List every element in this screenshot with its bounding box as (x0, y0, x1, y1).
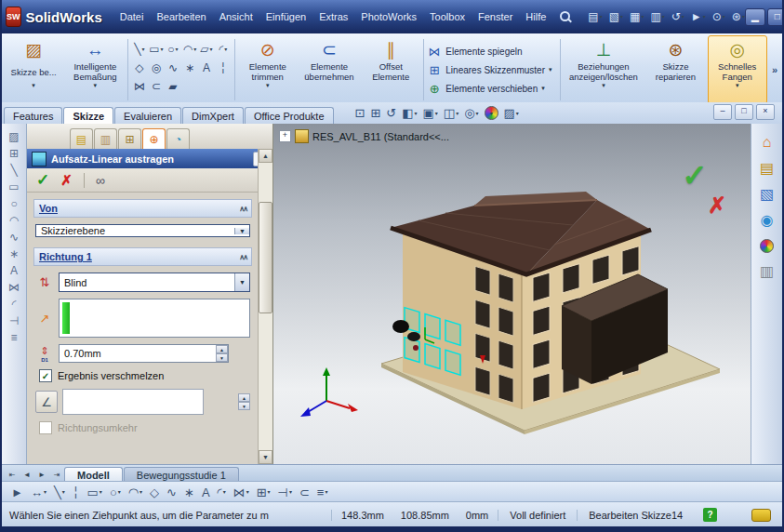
arc-tool-icon[interactable]: ◠ (128, 486, 142, 499)
arc-icon[interactable]: ◠ (9, 215, 19, 226)
exit-sketch-dropdown-icon[interactable]: ▾ (32, 82, 35, 89)
menu-bearbeiten[interactable]: Bearbeiten (150, 7, 212, 26)
spin-down-icon[interactable]: ▼ (238, 402, 250, 410)
text-tool-icon[interactable]: A (198, 59, 214, 77)
last-tab-button[interactable]: ⇥ (49, 468, 64, 482)
quick-snaps-button[interactable]: ◎ Schnelles Fangen ▾ (708, 35, 767, 104)
convert-entities-icon[interactable]: ⊂ (299, 486, 310, 499)
linear-sketch-pattern-button[interactable]: ⊞ Lineares Skizzenmuster ▾ (427, 63, 556, 77)
trim-entities-dropdown-icon[interactable]: ▾ (266, 82, 270, 89)
slot-tool-icon[interactable]: ▱ (198, 40, 214, 59)
maximize-button[interactable]: □ (767, 8, 784, 26)
spin-down-icon[interactable]: ▼ (216, 353, 228, 362)
end-condition-combo[interactable]: Blind ▼ (59, 273, 250, 292)
offset-entities-button[interactable]: ∥ Offset Elemente (361, 35, 420, 104)
search-icon[interactable] (560, 11, 571, 22)
trim-tool-icon[interactable]: ⊣ (278, 486, 292, 499)
text-icon[interactable]: A (10, 265, 18, 276)
open-document-icon[interactable]: ▧ (609, 11, 623, 22)
point-tool-icon[interactable]: ∗ (181, 59, 197, 77)
display-style-icon[interactable]: ◫ (444, 107, 458, 119)
mirror-tool-icon[interactable]: ⋈ (233, 486, 249, 499)
doc-close-button[interactable]: × (756, 104, 775, 120)
point-icon[interactable]: ∗ (9, 248, 19, 259)
line-icon[interactable]: ╲ (10, 165, 17, 176)
convert-entities-button[interactable]: ⊂ Elemente übernehmen (299, 35, 359, 104)
graphics-area[interactable]: + RES_AVL_B11 (Standard<<... ✓ ✗ (273, 124, 751, 464)
rebuild-icon[interactable]: ⊙ (712, 11, 725, 22)
menu-datei[interactable]: Datei (113, 7, 151, 26)
circle-icon[interactable]: ○ (10, 198, 17, 209)
zoom-fit-icon[interactable]: ⊡ (355, 107, 365, 119)
spin-up-icon[interactable]: ▲ (238, 393, 250, 402)
arc-tool-icon[interactable]: ◠ (181, 40, 197, 59)
mirror-icon[interactable]: ⋈ (8, 282, 20, 293)
apply-scene-icon[interactable]: ▨ (504, 107, 519, 119)
linear-pattern-dropdown-icon[interactable]: ▾ (549, 66, 552, 73)
cancel-button[interactable]: ✗ (60, 172, 73, 189)
linear-pattern-icon[interactable]: ⊞ (257, 486, 271, 499)
expand-tree-icon[interactable]: + (279, 130, 291, 142)
zoom-area-icon[interactable]: ⊞ (370, 107, 380, 119)
quick-tips-help-icon[interactable]: ? (703, 508, 717, 522)
solidworks-resources-icon[interactable]: ⌂ (763, 135, 772, 150)
print-icon[interactable]: ▥ (650, 11, 664, 22)
section-view-icon[interactable]: ◧ (402, 107, 417, 119)
custom-properties-icon[interactable]: ▥ (760, 264, 774, 279)
tab-office-produkte[interactable]: Office Produkte (245, 107, 334, 124)
smart-dimension-button[interactable]: ↔ Intelligente Bemaßung ▾ (65, 35, 125, 104)
centerline-tool-icon[interactable]: ╎ (73, 486, 80, 499)
menu-hilfe[interactable]: Hilfe (519, 7, 552, 26)
tab-dimxpert[interactable]: DimXpert (182, 107, 244, 124)
display-delete-relations-button[interactable]: ⊥ Beziehungen anzeigen/löschen ▾ (564, 35, 644, 104)
circle-tool-icon[interactable]: ○ (110, 486, 121, 499)
move-entities-button[interactable]: ⊕ Elemente verschieben ▾ (427, 82, 556, 96)
circle-tool-icon[interactable]: ○ (165, 40, 180, 59)
fillet-tool-icon[interactable]: ◜ (218, 486, 226, 499)
edit-appearance-icon[interactable] (485, 106, 498, 120)
tab-skizze[interactable]: Skizze (63, 107, 113, 124)
select-icon[interactable]: ► (691, 11, 706, 22)
mirror-entities-button[interactable]: ⋈ Elemente spiegeln (427, 45, 556, 59)
model-viewport[interactable] (273, 124, 751, 464)
configurationmanager-tab-icon[interactable]: ⊞ (118, 128, 141, 149)
plane-tool-icon[interactable]: ▰ (165, 77, 180, 96)
menu-ansicht[interactable]: Ansicht (213, 7, 259, 26)
undo-icon[interactable]: ↺ (671, 11, 684, 22)
menu-toolbox[interactable]: Toolbox (423, 7, 472, 26)
convert-tool-icon[interactable]: ⊂ (148, 77, 164, 96)
rectangle-tool-icon[interactable]: ▭ (87, 486, 102, 499)
tab-modell[interactable]: Modell (64, 467, 123, 482)
line-tool-icon[interactable]: ╲ (131, 40, 147, 59)
group-header-richtung1[interactable]: Richtung 1 ∧∧ (33, 247, 252, 266)
repair-sketch-button[interactable]: ⊛ Skizze reparieren (645, 35, 705, 104)
trim-icon[interactable]: ⊣ (9, 315, 19, 326)
spline-tool-icon[interactable]: ∿ (165, 59, 180, 77)
dimxpertmanager-tab-icon[interactable]: ⊕ (142, 128, 166, 149)
panel-scrollbar[interactable]: ▲ ▼ (258, 149, 272, 464)
previous-tab-button[interactable]: ◄ (20, 468, 34, 482)
spin-up-icon[interactable]: ▲ (216, 345, 228, 353)
save-icon[interactable]: ▦ (630, 11, 644, 22)
confirm-cancel-button[interactable]: ✗ (708, 193, 726, 219)
doc-restore-button[interactable]: □ (735, 104, 753, 120)
line-tool-icon[interactable]: ╲ (54, 486, 65, 499)
fillet-icon[interactable]: ◜ (12, 299, 17, 310)
hide-show-items-icon[interactable]: ◎ (464, 107, 478, 119)
design-library-icon[interactable]: ▤ (760, 161, 774, 176)
view-orientation-icon[interactable]: ▣ (423, 107, 438, 119)
spline-tool-icon[interactable]: ∿ (166, 486, 177, 499)
rectangle-icon[interactable]: ▭ (8, 181, 19, 193)
draft-angle-box[interactable] (62, 389, 204, 415)
fillet-tool-icon[interactable]: ◜ (215, 40, 231, 59)
new-document-icon[interactable]: ▤ (588, 11, 602, 22)
offset-entities-icon[interactable]: ≡ (317, 486, 328, 499)
combo-dropdown-icon[interactable]: ▼ (234, 273, 249, 291)
tab-bewegungsstudie-1[interactable]: Bewegungsstudie 1 (124, 467, 239, 482)
previous-view-icon[interactable]: ↺ (386, 107, 396, 119)
depth-input[interactable]: 0.70mm ▲ ▼ (59, 344, 229, 363)
centerline-tool-icon[interactable]: ╎ (215, 59, 231, 77)
feature-tree-root-label[interactable]: RES_AVL_B11 (Standard<<... (312, 131, 449, 142)
scrollbar-thumb[interactable] (259, 202, 272, 313)
quick-tips-icon[interactable] (751, 509, 771, 522)
